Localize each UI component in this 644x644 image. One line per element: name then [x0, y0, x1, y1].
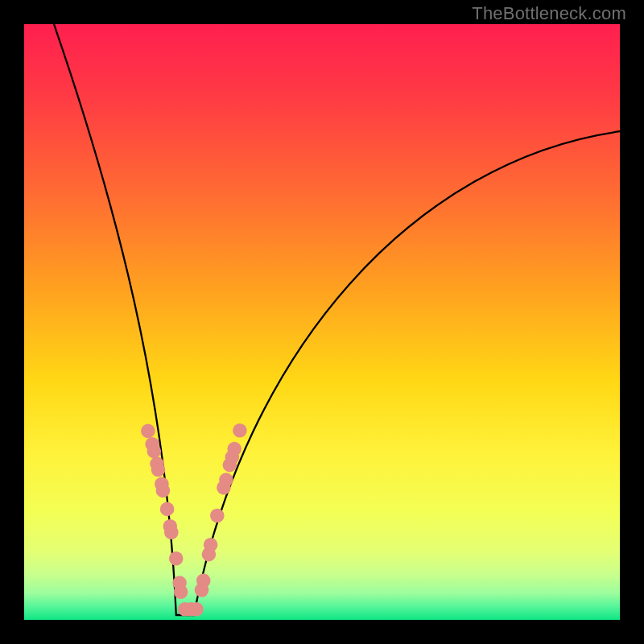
data-point — [210, 509, 225, 523]
data-point — [147, 444, 162, 459]
watermark-text: TheBottleneck.com — [472, 3, 626, 24]
data-point — [169, 551, 184, 566]
data-point — [204, 538, 218, 552]
data-point — [156, 484, 171, 498]
chart-frame: TheBottleneck.com — [0, 0, 644, 644]
data-point — [219, 473, 233, 487]
data-point — [196, 573, 211, 588]
data-point — [189, 602, 204, 617]
data-point — [160, 502, 175, 517]
gradient-background — [24, 24, 620, 620]
plot-area — [24, 24, 620, 620]
data-point — [141, 424, 155, 439]
data-point — [227, 442, 242, 456]
data-point — [233, 423, 247, 438]
data-point — [151, 463, 166, 477]
chart-svg — [24, 24, 620, 620]
data-point — [164, 525, 179, 539]
data-point — [174, 584, 188, 599]
